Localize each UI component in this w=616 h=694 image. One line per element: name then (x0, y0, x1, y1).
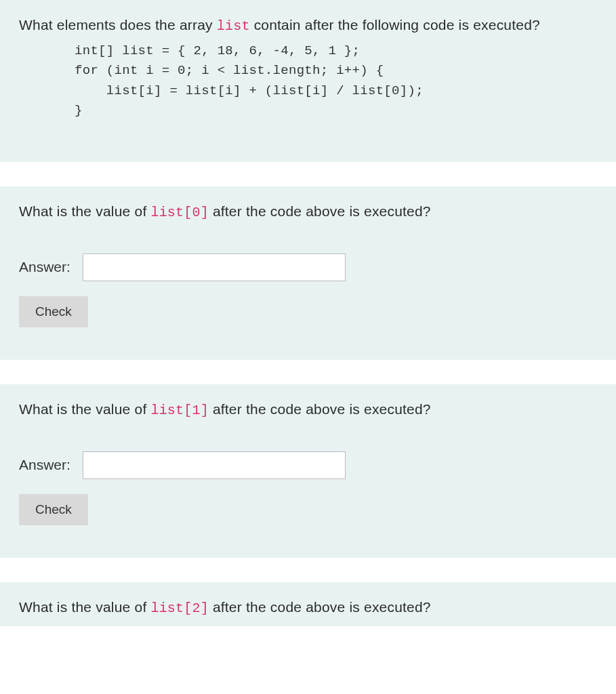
q3-prompt-before: What is the value of (19, 599, 150, 615)
check-button-2[interactable]: Check (19, 494, 88, 525)
q2-prompt-before: What is the value of (19, 401, 150, 417)
question-1-prompt: What is the value of list[0] after the c… (19, 201, 597, 222)
answer-row-1: Answer: (19, 253, 597, 281)
question-block-3: What is the value of list[2] after the c… (0, 582, 616, 626)
intro-block: What elements does the array list contai… (0, 0, 616, 162)
intro-prompt-after: contain after the following code is exec… (250, 17, 540, 33)
q1-prompt-code: list[0] (150, 205, 208, 220)
q2-prompt-code: list[1] (150, 403, 208, 418)
q2-prompt-after: after the code above is executed? (209, 401, 431, 417)
check-button-1[interactable]: Check (19, 296, 88, 327)
answer-input-2[interactable] (83, 451, 346, 479)
q1-prompt-before: What is the value of (19, 203, 150, 219)
intro-prompt-before: What elements does the array (19, 17, 217, 33)
question-block-1: What is the value of list[0] after the c… (0, 186, 616, 360)
q3-prompt-after: after the code above is executed? (209, 599, 431, 615)
code-block: int[] list = { 2, 18, 6, -4, 5, 1 }; for… (19, 41, 597, 121)
answer-input-1[interactable] (83, 253, 346, 281)
q3-prompt-code: list[2] (150, 600, 208, 616)
question-3-prompt: What is the value of list[2] after the c… (19, 597, 597, 618)
answer-row-2: Answer: (19, 451, 597, 479)
question-block-2: What is the value of list[1] after the c… (0, 384, 616, 558)
intro-prompt: What elements does the array list contai… (19, 15, 597, 36)
answer-label-2: Answer: (19, 457, 70, 473)
intro-prompt-code: list (217, 18, 250, 34)
q1-prompt-after: after the code above is executed? (209, 203, 431, 219)
question-2-prompt: What is the value of list[1] after the c… (19, 399, 597, 420)
answer-label-1: Answer: (19, 259, 70, 275)
